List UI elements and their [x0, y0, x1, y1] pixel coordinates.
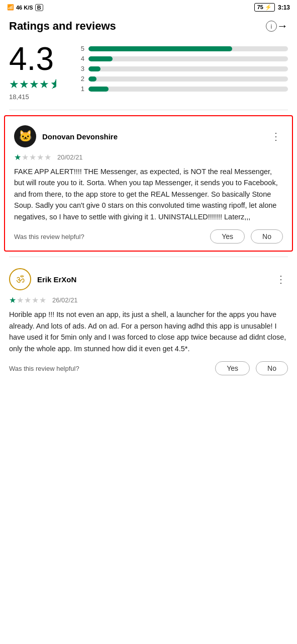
star-empty: ★	[17, 295, 24, 305]
bar-fill-5	[88, 46, 232, 51]
star-empty: ★	[32, 295, 39, 305]
star-4: ★	[39, 78, 49, 91]
bar-track-4	[88, 56, 288, 61]
status-right: 75 ⚡ 3:13	[254, 3, 290, 12]
review-card-1: 🐱 Donovan Devonshire ⋮ ★★★★★ 20/02/21 FA…	[4, 115, 293, 252]
navigate-arrow[interactable]: →	[277, 20, 288, 33]
bar-fill-2	[88, 76, 96, 82]
bar-row-4: 4	[79, 55, 288, 62]
review-header: 🐱 Donovan Devonshire ⋮	[14, 125, 283, 147]
section-divider	[9, 110, 288, 110]
star-empty: ★	[37, 152, 44, 162]
helpful-yes-button[interactable]: Yes	[215, 361, 250, 375]
helpful-no-button[interactable]: No	[256, 361, 288, 375]
review-date: 20/02/21	[57, 153, 83, 161]
status-left: 📶 46 K/S B	[7, 4, 43, 11]
review-card-2: ॐ Erik ErXoN ⋮ ★★★★★ 26/02/21 Horible ap…	[0, 259, 297, 382]
rating-count: 18,415	[9, 93, 29, 101]
rating-stars: ★ ★ ★ ★ ⯨	[9, 78, 60, 91]
review-rating-stars: ★★★★★	[9, 295, 46, 305]
helpful-yes-button[interactable]: Yes	[210, 229, 245, 244]
helpful-label: Was this review helpful?	[9, 365, 79, 372]
helpful-buttons: Yes No	[215, 361, 288, 375]
bar-row-1: 1	[79, 85, 288, 93]
bar-fill-3	[88, 66, 101, 71]
bar-row-3: 3	[79, 65, 288, 72]
reviewer-name: Donovan Devonshire	[42, 132, 269, 141]
review-meta: ★★★★★ 20/02/21	[14, 152, 283, 162]
bar-row-5: 5	[79, 45, 288, 52]
signal-icon: 📶	[7, 4, 14, 11]
data-speed: 46 K/S	[16, 5, 33, 11]
star-2: ★	[19, 78, 29, 91]
bar-label-1: 1	[79, 85, 84, 93]
star-filled: ★	[14, 152, 21, 162]
star-empty: ★	[22, 152, 29, 162]
review-divider	[9, 257, 288, 257]
avatar: ॐ	[9, 268, 31, 290]
helpful-label: Was this review helpful?	[14, 233, 84, 240]
star-1: ★	[9, 78, 19, 91]
battery-indicator: 75 ⚡	[254, 3, 275, 12]
star-empty: ★	[39, 295, 46, 305]
page-header: Ratings and reviews i →	[0, 14, 297, 38]
clock: 3:13	[278, 4, 290, 11]
bar-label-3: 3	[79, 65, 84, 72]
b-icon: B	[35, 4, 43, 11]
helpful-row: Was this review helpful? Yes No	[14, 229, 283, 244]
review-header: ॐ Erik ErXoN ⋮	[9, 268, 288, 290]
star-3: ★	[29, 78, 39, 91]
review-body: Horible app !!! Its not even an app, its…	[9, 309, 288, 354]
helpful-buttons: Yes No	[210, 229, 283, 244]
star-empty: ★	[24, 295, 31, 305]
bar-fill-4	[88, 56, 113, 61]
reviews-list: 🐱 Donovan Devonshire ⋮ ★★★★★ 20/02/21 FA…	[0, 115, 297, 382]
review-date: 26/02/21	[52, 296, 78, 304]
more-options-button[interactable]: ⋮	[274, 271, 288, 287]
bar-row-2: 2	[79, 75, 288, 83]
bar-fill-1	[88, 87, 109, 92]
bar-label-5: 5	[79, 45, 84, 52]
rating-bars: 5 4 3 2 1	[79, 43, 288, 93]
bar-track-1	[88, 87, 288, 92]
helpful-no-button[interactable]: No	[251, 229, 283, 244]
avatar-emoji: 🐱	[19, 130, 32, 143]
review-meta: ★★★★★ 26/02/21	[9, 295, 288, 305]
rating-score: 4.3	[9, 43, 54, 75]
bar-track-5	[88, 46, 288, 51]
rating-overview: 4.3 ★ ★ ★ ★ ⯨ 18,415 5 4 3 2 1	[0, 38, 297, 110]
more-options-button[interactable]: ⋮	[269, 128, 283, 144]
star-empty: ★	[44, 152, 51, 162]
avatar: 🐱	[14, 125, 36, 147]
avatar-emoji: ॐ	[16, 274, 25, 285]
star-filled: ★	[9, 295, 16, 305]
star-half: ⯨	[49, 78, 60, 91]
bar-track-2	[88, 76, 288, 82]
helpful-row: Was this review helpful? Yes No	[9, 361, 288, 375]
review-rating-stars: ★★★★★	[14, 152, 51, 162]
info-icon: i	[271, 23, 272, 30]
rating-score-block: 4.3 ★ ★ ★ ★ ⯨ 18,415	[9, 43, 69, 101]
bar-track-3	[88, 66, 288, 71]
info-button[interactable]: i	[266, 21, 277, 32]
status-bar: 📶 46 K/S B 75 ⚡ 3:13	[0, 0, 297, 14]
bar-label-4: 4	[79, 55, 84, 62]
review-body: FAKE APP ALERT!!!! THE Messenger, as exp…	[14, 166, 283, 222]
star-empty: ★	[29, 152, 36, 162]
bar-label-2: 2	[79, 75, 84, 83]
reviewer-name: Erik ErXoN	[37, 275, 274, 284]
page-title: Ratings and reviews	[9, 20, 261, 33]
